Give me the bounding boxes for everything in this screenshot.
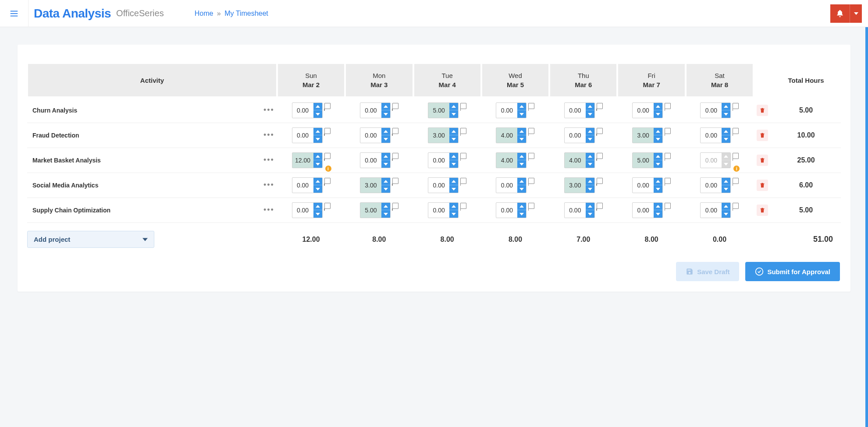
step-down-button[interactable] bbox=[517, 160, 526, 168]
step-up-button[interactable] bbox=[517, 103, 526, 110]
step-down-button[interactable] bbox=[313, 110, 322, 118]
step-up-button[interactable] bbox=[313, 128, 322, 135]
step-up-button[interactable] bbox=[586, 178, 594, 185]
step-up-button[interactable] bbox=[381, 103, 390, 110]
note-flag-icon[interactable] bbox=[597, 178, 603, 184]
add-project-dropdown[interactable]: Add project bbox=[27, 231, 154, 248]
note-flag-icon[interactable] bbox=[733, 153, 739, 159]
step-up-button[interactable] bbox=[517, 153, 526, 160]
step-down-button[interactable] bbox=[722, 210, 730, 218]
note-flag-icon[interactable] bbox=[460, 203, 466, 209]
note-flag-icon[interactable] bbox=[528, 153, 534, 159]
step-down-button[interactable] bbox=[381, 185, 390, 193]
step-down-button[interactable] bbox=[381, 160, 390, 168]
step-up-button[interactable] bbox=[517, 178, 526, 185]
hours-input[interactable] bbox=[360, 128, 381, 143]
notifications-button[interactable] bbox=[830, 4, 850, 23]
hours-input[interactable] bbox=[496, 128, 517, 143]
step-up-button[interactable] bbox=[722, 203, 730, 210]
note-flag-icon[interactable] bbox=[665, 128, 671, 134]
step-down-button[interactable] bbox=[654, 160, 662, 168]
note-flag-icon[interactable] bbox=[460, 128, 466, 134]
hours-input[interactable] bbox=[701, 128, 722, 143]
hours-input[interactable] bbox=[292, 153, 313, 168]
note-flag-icon[interactable] bbox=[392, 153, 398, 159]
note-flag-icon[interactable] bbox=[528, 103, 534, 109]
step-down-button[interactable] bbox=[313, 210, 322, 218]
step-down-button[interactable] bbox=[654, 135, 662, 143]
step-down-button[interactable] bbox=[449, 110, 458, 118]
step-down-button[interactable] bbox=[586, 160, 594, 168]
step-up-button[interactable] bbox=[654, 128, 662, 135]
step-down-button[interactable] bbox=[586, 185, 594, 193]
delete-row-button[interactable] bbox=[757, 105, 768, 116]
note-flag-icon[interactable] bbox=[665, 103, 671, 109]
note-flag-icon[interactable] bbox=[597, 153, 603, 159]
step-down-button[interactable] bbox=[449, 160, 458, 168]
delete-row-button[interactable] bbox=[757, 180, 768, 191]
step-up-button[interactable] bbox=[381, 153, 390, 160]
step-down-button[interactable] bbox=[586, 135, 594, 143]
step-up-button[interactable] bbox=[654, 178, 662, 185]
note-flag-icon[interactable] bbox=[733, 103, 739, 109]
hours-input[interactable] bbox=[360, 203, 381, 218]
step-down-button[interactable] bbox=[654, 185, 662, 193]
hours-input[interactable] bbox=[496, 178, 517, 193]
step-down-button[interactable] bbox=[586, 110, 594, 118]
note-flag-icon[interactable] bbox=[324, 153, 331, 159]
step-up-button[interactable] bbox=[313, 153, 322, 160]
hours-input[interactable] bbox=[633, 153, 654, 168]
note-flag-icon[interactable] bbox=[324, 128, 331, 134]
hours-input[interactable] bbox=[633, 203, 654, 218]
hours-input[interactable] bbox=[701, 203, 722, 218]
note-flag-icon[interactable] bbox=[324, 178, 331, 184]
step-down-button[interactable] bbox=[449, 210, 458, 218]
note-flag-icon[interactable] bbox=[665, 178, 671, 184]
step-up-button[interactable] bbox=[449, 178, 458, 185]
step-up-button[interactable] bbox=[313, 178, 322, 185]
note-flag-icon[interactable] bbox=[597, 203, 603, 209]
hours-input[interactable] bbox=[292, 178, 313, 193]
note-flag-icon[interactable] bbox=[460, 178, 466, 184]
row-menu-button[interactable]: ••• bbox=[261, 198, 277, 223]
note-flag-icon[interactable] bbox=[324, 203, 331, 209]
save-draft-button[interactable]: Save Draft bbox=[676, 262, 739, 281]
submit-approval-button[interactable]: Submit for Approval bbox=[745, 262, 840, 281]
step-down-button[interactable] bbox=[517, 185, 526, 193]
note-flag-icon[interactable] bbox=[392, 178, 398, 184]
step-up-button[interactable] bbox=[449, 153, 458, 160]
note-flag-icon[interactable] bbox=[392, 203, 398, 209]
step-down-button[interactable] bbox=[517, 110, 526, 118]
hours-input[interactable] bbox=[496, 153, 517, 168]
step-up-button[interactable] bbox=[586, 103, 594, 110]
step-down-button[interactable] bbox=[313, 160, 322, 168]
step-down-button[interactable] bbox=[722, 110, 730, 118]
note-flag-icon[interactable] bbox=[528, 128, 534, 134]
delete-row-button[interactable] bbox=[757, 130, 768, 141]
breadcrumb-current[interactable]: My Timesheet bbox=[224, 10, 268, 17]
hours-input[interactable] bbox=[633, 103, 654, 118]
hours-input[interactable] bbox=[565, 153, 586, 168]
note-flag-icon[interactable] bbox=[460, 153, 466, 159]
step-up-button[interactable] bbox=[654, 203, 662, 210]
step-up-button[interactable] bbox=[586, 203, 594, 210]
step-up-button[interactable] bbox=[722, 128, 730, 135]
menu-icon[interactable] bbox=[5, 5, 23, 22]
hours-input[interactable] bbox=[701, 153, 722, 168]
hours-input[interactable] bbox=[633, 128, 654, 143]
step-down-button[interactable] bbox=[313, 135, 322, 143]
step-up-button[interactable] bbox=[449, 128, 458, 135]
hours-input[interactable] bbox=[428, 178, 449, 193]
hours-input[interactable] bbox=[565, 128, 586, 143]
step-down-button[interactable] bbox=[654, 210, 662, 218]
breadcrumb-home[interactable]: Home bbox=[195, 10, 213, 17]
step-up-button[interactable] bbox=[313, 203, 322, 210]
step-down-button[interactable] bbox=[722, 185, 730, 193]
hours-input[interactable] bbox=[360, 103, 381, 118]
note-flag-icon[interactable] bbox=[324, 103, 331, 109]
step-up-button[interactable] bbox=[654, 153, 662, 160]
hours-input[interactable] bbox=[701, 178, 722, 193]
step-up-button[interactable] bbox=[517, 203, 526, 210]
step-down-button[interactable] bbox=[722, 135, 730, 143]
delete-row-button[interactable] bbox=[757, 155, 768, 166]
